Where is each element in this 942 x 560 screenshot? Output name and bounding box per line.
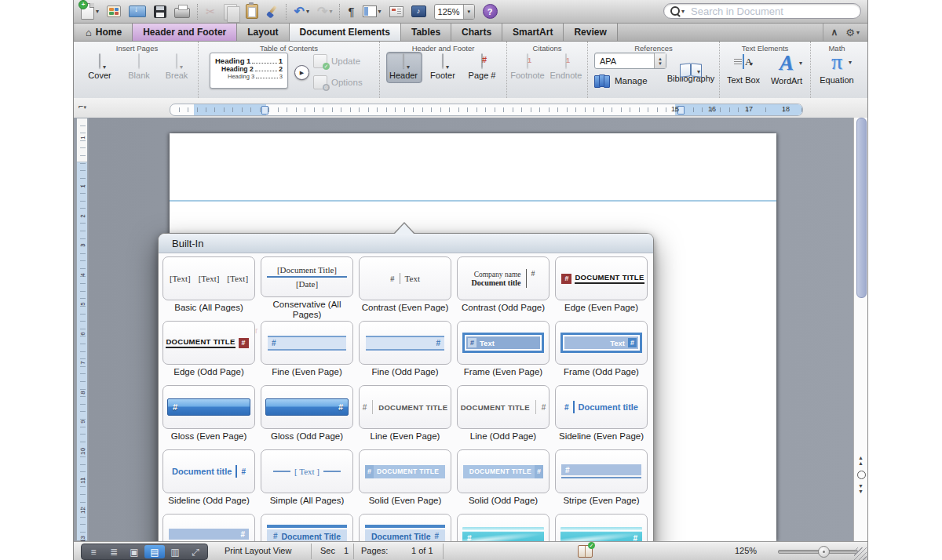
gallery-item-edge-odd-page[interactable]: DOCUMENT TITLE# — [162, 321, 255, 365]
gallery-item-gloss-even-page[interactable]: # — [162, 385, 255, 429]
next-page-button[interactable]: ▼▼ — [856, 483, 866, 494]
gallery-item-simple-all-pages[interactable]: [ Text ] — [261, 449, 353, 493]
window-resize-grip[interactable] — [854, 547, 867, 560]
gallery-item-wave-odd-page[interactable]: # — [555, 514, 648, 541]
gallery-item-fine-odd-page[interactable]: # — [359, 321, 451, 365]
zoom-slider[interactable] — [778, 550, 858, 554]
group-math: Math π▾ Equation — [811, 42, 863, 98]
wordart-button[interactable]: A▾ WordArt — [765, 52, 808, 85]
print-button[interactable] — [170, 2, 194, 22]
gallery-item-wave-even-page[interactable]: # — [457, 514, 550, 541]
cut-button[interactable]: ✂ — [202, 2, 220, 22]
new-document-button[interactable]: +▾ — [77, 2, 103, 22]
tab-smartart[interactable]: SmartArt — [502, 24, 564, 41]
vertical-ruler[interactable]: 112345678910111213 — [76, 118, 88, 541]
gear-icon[interactable]: ⚙ — [845, 27, 855, 38]
cover-button[interactable]: ▾ Cover — [81, 54, 119, 80]
print-layout-view-button[interactable]: ▤ — [144, 545, 165, 558]
gallery-item-edge-even-page[interactable]: #DOCUMENT TITLE — [555, 256, 648, 300]
format-painter-button[interactable] — [262, 2, 283, 22]
gallery-item-top-border-odd-page[interactable]: Document Title# — [359, 514, 451, 541]
save-button[interactable] — [150, 2, 170, 22]
publishing-layout-view-button[interactable]: ▣ — [124, 545, 144, 558]
gallery-item-sideline-even-page[interactable]: #Document title — [555, 385, 648, 429]
text-box-button[interactable]: ▾ Text Box — [723, 55, 764, 85]
full-screen-view-button[interactable]: ⤢ — [185, 545, 206, 558]
manage-citations-button[interactable]: Manage — [594, 75, 648, 86]
tab-charts[interactable]: Charts — [451, 24, 502, 41]
zoom-slider-knob[interactable] — [818, 546, 830, 558]
toc-style-preview[interactable]: Heading 11Heading 22Heading 33 — [210, 53, 288, 89]
show-formatting-marks-button[interactable]: ¶ — [344, 2, 358, 22]
gallery-item-conservative-all-pages[interactable]: [Document Title][Date] — [261, 256, 353, 297]
toc-gallery-expand-button[interactable]: ▶ — [294, 65, 309, 80]
gallery-item-line-even-page[interactable]: #DOCUMENT TITLE — [359, 385, 451, 429]
tab-header-and-footer[interactable]: Header and Footer — [133, 24, 237, 41]
previous-page-button[interactable]: ▲▲ — [856, 455, 866, 466]
vruler-number: 12 — [79, 505, 86, 515]
tab-document-elements[interactable]: Document Elements — [290, 24, 401, 41]
toolbox-button[interactable] — [385, 2, 407, 22]
browse-object-button[interactable] — [857, 471, 866, 479]
notebook-layout-view-button[interactable]: ▥ — [165, 545, 185, 558]
footer-button[interactable]: ▾ Footer — [424, 54, 462, 80]
endnote-button[interactable]: 1 Endnote — [547, 54, 585, 80]
indent-marker[interactable] — [261, 106, 268, 115]
scrollbar-thumb[interactable] — [856, 118, 867, 298]
blank-page-button[interactable]: Blank — [120, 54, 158, 80]
toc-update-button[interactable]: ✓ Update — [313, 54, 360, 68]
collapse-ribbon-icon[interactable]: ∧ — [831, 27, 838, 38]
gallery-item-stripe-odd-page[interactable]: # — [162, 514, 255, 541]
gallery-item-frame-odd-page[interactable]: Text# — [555, 321, 648, 365]
toc-options-button[interactable]: ⚙ Options — [313, 75, 363, 89]
ruler-number: 16 — [708, 105, 716, 113]
outline-view-button[interactable]: ≣ — [104, 545, 124, 558]
vertical-scrollbar[interactable]: ▲▲ ▼▼ — [853, 118, 867, 541]
gallery-item-gloss-odd-page[interactable]: # — [261, 385, 353, 429]
gear-dropdown-icon[interactable]: ▾ — [856, 29, 860, 36]
gallery-item-solid-odd-page[interactable]: DOCUMENT TITLE# — [457, 449, 550, 493]
page-number-button[interactable]: # Page # — [463, 54, 501, 80]
gallery-item-stripe-even-page[interactable]: # — [555, 449, 648, 493]
gallery-item-top-border-even-page[interactable]: #Document Title — [261, 514, 353, 541]
paste-button[interactable] — [242, 2, 262, 22]
horizontal-ruler[interactable]: 15161718 — [170, 104, 803, 116]
gallery-item-frame-even-page[interactable]: #Text — [457, 321, 550, 365]
tab-stop-selector[interactable]: ⌐▾ — [78, 101, 93, 114]
redo-button[interactable]: ↷▾ — [313, 2, 336, 22]
gallery-item-line-odd-page[interactable]: DOCUMENT TITLE# — [457, 385, 550, 429]
tab-home[interactable]: ⌂Home — [75, 24, 133, 41]
page-break-button[interactable]: ▾ Break — [158, 54, 195, 80]
gallery-item-contrast-odd-page[interactable]: Company nameDocument title# — [457, 256, 550, 300]
search-input[interactable]: ▾ Search in Document — [663, 3, 861, 19]
gallery-item-contrast-even-page[interactable]: #Text — [359, 256, 451, 300]
zoom-dropdown-icon[interactable]: ▾ — [463, 5, 474, 19]
layout-view-icon — [363, 5, 377, 17]
draft-view-button[interactable]: ≡ — [83, 545, 104, 558]
bibliography-button[interactable]: ▾ Bibliography — [663, 53, 718, 83]
elements-gallery-button[interactable] — [103, 2, 125, 22]
view-layout-button[interactable]: ▾ — [359, 2, 385, 22]
search-scope-dropdown-icon[interactable]: ▾ — [681, 8, 685, 15]
ribbon: Insert Pages ▾ Cover Blank ▾ Break Table… — [74, 42, 867, 99]
equation-button[interactable]: π▾ Equation — [816, 51, 858, 85]
gallery-item-solid-even-page[interactable]: #DOCUMENT TITLE — [359, 449, 451, 493]
citation-style-select[interactable]: APA ▲▼ — [594, 53, 666, 69]
gallery-item-basic-all-pages[interactable]: [Text][Text][Text] — [162, 256, 255, 300]
zoom-control[interactable]: 125%▾ — [430, 2, 479, 22]
tab-layout[interactable]: Layout — [237, 24, 289, 41]
header-button[interactable]: ▾ Header — [385, 54, 422, 80]
document-window: +▾ ✂ ↶▾ ↷▾ ¶ ▾ ♪ 125%▾ ? ▾ Search in Doc… — [73, 0, 868, 560]
copy-button[interactable] — [220, 2, 242, 22]
media-browser-button[interactable]: ♪ — [407, 2, 430, 22]
tab-review[interactable]: Review — [564, 24, 617, 41]
gallery-item-sideline-odd-page[interactable]: Document title# — [162, 449, 255, 493]
gallery-item-fine-even-page[interactable]: # — [261, 321, 353, 365]
help-button[interactable]: ? — [479, 2, 502, 22]
footnote-button[interactable]: 1 Footnote — [509, 54, 546, 80]
undo-button[interactable]: ↶▾ — [290, 2, 313, 22]
vruler-number: 4 — [79, 270, 86, 279]
open-button[interactable] — [125, 2, 150, 22]
tab-tables[interactable]: Tables — [401, 24, 451, 41]
spelling-status-icon[interactable] — [578, 545, 593, 558]
